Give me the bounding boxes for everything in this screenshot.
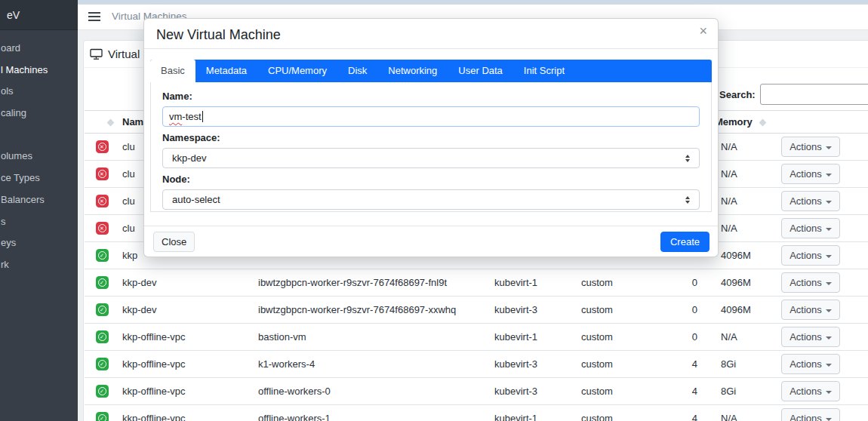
actions-dropdown-button[interactable]: Actions (781, 245, 840, 266)
search-input[interactable] (760, 84, 868, 105)
actions-dropdown-button[interactable]: Actions (781, 381, 840, 401)
status-icon: ✕ (96, 222, 109, 235)
sidebar-item[interactable]: l Machines (0, 60, 78, 81)
status-cell: ✓ (85, 378, 119, 405)
modal-tab[interactable]: Networking (377, 60, 448, 82)
actions-cell: Actions (767, 134, 854, 161)
table-row: ✓ kkp-offline-vpc offline-workers-1 kube… (85, 405, 868, 421)
modal-tab-bar: Basic Metadata CPU/Memory Disk Networkin… (150, 60, 712, 82)
caret-down-icon (826, 255, 832, 258)
text-cursor (202, 111, 203, 122)
actions-dropdown-button[interactable]: Actions (781, 272, 840, 293)
table-row: ✓ kkp-offline-vpc offline-workers-0 kube… (85, 378, 868, 405)
cpu-cell: 0 (651, 269, 697, 297)
modal-tab[interactable]: Disk (337, 60, 377, 82)
actions-dropdown-button[interactable]: Actions (781, 300, 840, 320)
cpu-cell: 4 (651, 378, 697, 405)
sidebar-nav: oard l Machines ols caling olumes ce Typ… (0, 30, 78, 276)
caret-down-icon (826, 309, 832, 312)
instance-type-cell: custom (575, 378, 651, 405)
node-select[interactable]: auto-select (162, 189, 700, 210)
namespace-cell: kkp-offline-vpc (119, 324, 255, 351)
instance-type-cell: custom (575, 351, 651, 378)
close-button[interactable]: Close (153, 232, 195, 252)
sidebar-item[interactable]: oard (0, 38, 78, 60)
memory-cell: 4096M (697, 297, 767, 324)
cpu-cell: 0 (651, 297, 697, 324)
name-cell: ibwtzgbpcn-worker-r9szvr-7674f68697-fnl9… (255, 269, 491, 297)
filler-column-header (854, 111, 868, 134)
caret-down-icon (826, 336, 832, 340)
sidebar-item[interactable]: olumes (0, 146, 78, 167)
sort-icon (107, 119, 115, 127)
basic-tab-panel: Name: vm-test Namespace: kkp-dev Node: a… (150, 82, 712, 212)
actions-dropdown-button[interactable]: Actions (781, 137, 840, 157)
namespace-select[interactable]: kkp-dev (162, 148, 700, 168)
name-cell: ibwtzgbpcn-worker-r9szvr-7674f68697-xxwh… (255, 297, 491, 324)
node-field-label: Node: (162, 174, 700, 185)
vm-name-value-misspelled: vm (169, 111, 182, 122)
sidebar: eV oard l Machines ols caling olumes ce … (0, 0, 78, 421)
sidebar-item[interactable]: ce Types (0, 167, 78, 189)
node-select-value: auto-select (172, 194, 220, 205)
modal-tab[interactable]: Init Script (513, 60, 575, 82)
namespace-cell: kkp-offline-vpc (119, 351, 255, 378)
namespace-field-label: Namespace: (162, 132, 700, 143)
close-icon[interactable]: × (699, 23, 707, 39)
caret-down-icon (826, 418, 832, 421)
caret-down-icon (826, 364, 832, 367)
modal-header: New Virtual Machine × (144, 19, 718, 49)
status-icon: ✓ (96, 358, 109, 370)
sidebar-item[interactable]: s (0, 211, 78, 233)
sidebar-item[interactable]: rk (0, 254, 78, 276)
sidebar-item[interactable]: caling (0, 103, 78, 124)
hamburger-menu-icon[interactable] (88, 12, 100, 23)
memory-cell: 8Gi (697, 378, 767, 405)
status-icon: ✓ (96, 303, 109, 316)
actions-cell: Actions (767, 324, 854, 351)
create-button[interactable]: Create (660, 232, 709, 252)
sidebar-item[interactable]: Balancers (0, 189, 78, 211)
caret-down-icon (826, 228, 832, 231)
actions-dropdown-button[interactable]: Actions (781, 191, 840, 211)
actions-dropdown-button[interactable]: Actions (781, 218, 840, 238)
status-icon: ✓ (96, 276, 109, 289)
name-cell: offline-workers-0 (255, 378, 491, 405)
cpu-cell: 0 (651, 324, 697, 351)
sidebar-item[interactable] (0, 124, 78, 146)
actions-dropdown-button[interactable]: Actions (781, 354, 840, 374)
modal-tab[interactable]: Basic (150, 60, 195, 82)
actions-cell: Actions (767, 161, 854, 188)
name-cell: bastion-vm (255, 324, 491, 351)
status-cell: ✓ (85, 324, 119, 351)
actions-dropdown-button[interactable]: Actions (781, 408, 840, 421)
sidebar-item[interactable]: eys (0, 232, 78, 254)
instance-type-cell: custom (575, 405, 651, 421)
node-cell: kubevirt-3 (491, 297, 575, 324)
instance-type-cell: custom (575, 324, 651, 351)
status-column-header[interactable] (85, 111, 119, 134)
sidebar-item[interactable]: ols (0, 81, 78, 103)
modal-tab[interactable]: User Data (448, 60, 513, 82)
table-row: ✓ kkp-dev ibwtzgbpcn-worker-r9szvr-7674f… (85, 269, 868, 297)
vm-name-value-rest: -test (182, 111, 201, 122)
new-vm-modal: New Virtual Machine × Basic Metadata CPU… (143, 18, 719, 257)
actions-dropdown-button[interactable]: Actions (781, 164, 840, 184)
sort-icon (759, 119, 767, 127)
modal-body: Basic Metadata CPU/Memory Disk Networkin… (144, 49, 718, 226)
status-cell: ✓ (85, 269, 119, 297)
memory-cell: N/A (697, 324, 767, 351)
brand-logo: eV (0, 0, 78, 30)
modal-tab[interactable]: CPU/Memory (257, 60, 337, 82)
caret-down-icon (826, 146, 832, 149)
node-cell: kubevirt-3 (491, 378, 575, 405)
instance-type-cell: custom (575, 269, 651, 297)
status-cell: ✓ (85, 351, 119, 378)
modal-tab[interactable]: Metadata (195, 60, 257, 82)
table-row: ✓ kkp-dev ibwtzgbpcn-worker-r9szvr-7674f… (85, 297, 868, 324)
memory-cell: 8Gi (697, 351, 767, 378)
vm-name-input[interactable]: vm-test (162, 106, 700, 127)
node-cell: kubevirt-1 (491, 405, 575, 421)
actions-dropdown-button[interactable]: Actions (781, 327, 840, 347)
status-icon: ✕ (96, 167, 109, 180)
